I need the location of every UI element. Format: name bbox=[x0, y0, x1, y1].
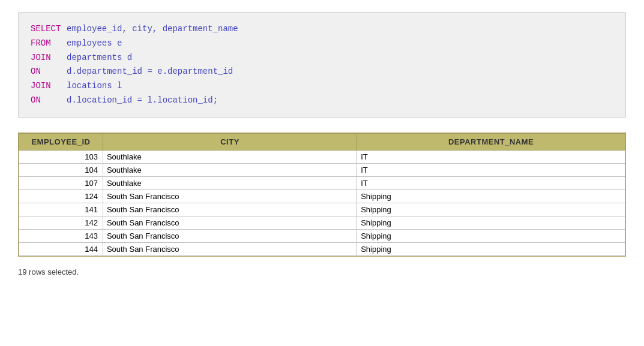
code-content: employee_id, city, department_name bbox=[67, 22, 238, 37]
table-cell: Shipping bbox=[357, 242, 625, 255]
table-cell: 103 bbox=[19, 150, 103, 163]
table-body: 103SouthlakeIT104SouthlakeIT107Southlake… bbox=[19, 150, 625, 255]
column-header: EMPLOYEE_ID bbox=[19, 133, 103, 150]
table-cell: IT bbox=[357, 163, 625, 176]
code-line: JOIN departments d bbox=[31, 51, 613, 65]
rows-selected-label: 19 rows selected. bbox=[18, 267, 626, 276]
code-content: d.department_id = e.department_id bbox=[67, 65, 233, 79]
table-row: 143South San FranciscoShipping bbox=[19, 229, 625, 242]
code-line: ON d.department_id = e.department_id bbox=[31, 65, 613, 79]
keyword: JOIN bbox=[31, 79, 67, 94]
table-cell: IT bbox=[357, 150, 625, 163]
table-wrapper: EMPLOYEE_IDCITYDEPARTMENT_NAME 103Southl… bbox=[18, 133, 626, 257]
code-content: d.location_id = l.location_id; bbox=[67, 94, 218, 108]
table-cell: IT bbox=[357, 176, 625, 189]
table-cell: Shipping bbox=[357, 229, 625, 242]
table-cell: South San Francisco bbox=[103, 216, 357, 229]
keyword: ON bbox=[31, 65, 67, 79]
column-header: CITY bbox=[103, 133, 357, 150]
table-row: 107SouthlakeIT bbox=[19, 176, 625, 189]
page-container: SELECT employee_id, city, department_nam… bbox=[0, 0, 644, 288]
code-content: employees e bbox=[67, 37, 122, 51]
code-line: JOIN locations l bbox=[31, 79, 613, 94]
table-row: 103SouthlakeIT bbox=[19, 150, 625, 163]
column-header: DEPARTMENT_NAME bbox=[357, 133, 625, 150]
keyword: ON bbox=[31, 94, 67, 108]
table-cell: 144 bbox=[19, 242, 103, 255]
table-cell: South San Francisco bbox=[103, 242, 357, 255]
keyword: SELECT bbox=[31, 22, 67, 37]
table-row: 142South San FranciscoShipping bbox=[19, 216, 625, 229]
table-cell: Southlake bbox=[103, 150, 357, 163]
code-content: departments d bbox=[67, 51, 132, 65]
table-cell: 107 bbox=[19, 176, 103, 189]
table-cell: South San Francisco bbox=[103, 189, 357, 203]
table-cell: 141 bbox=[19, 203, 103, 216]
header-row: EMPLOYEE_IDCITYDEPARTMENT_NAME bbox=[19, 133, 625, 150]
keyword: FROM bbox=[31, 37, 67, 51]
table-cell: Shipping bbox=[357, 216, 625, 229]
code-line: ON d.location_id = l.location_id; bbox=[31, 94, 613, 108]
code-block: SELECT employee_id, city, department_nam… bbox=[18, 12, 626, 118]
table-cell: 142 bbox=[19, 216, 103, 229]
table-row: 104SouthlakeIT bbox=[19, 163, 625, 176]
table-cell: Shipping bbox=[357, 203, 625, 216]
table-cell: Shipping bbox=[357, 189, 625, 203]
table-cell: 104 bbox=[19, 163, 103, 176]
table-row: 141South San FranciscoShipping bbox=[19, 203, 625, 216]
table-header: EMPLOYEE_IDCITYDEPARTMENT_NAME bbox=[19, 133, 625, 150]
table-cell: South San Francisco bbox=[103, 229, 357, 242]
table-cell: South San Francisco bbox=[103, 203, 357, 216]
table-cell: Southlake bbox=[103, 176, 357, 189]
table-cell: 143 bbox=[19, 229, 103, 242]
results-table: EMPLOYEE_IDCITYDEPARTMENT_NAME 103Southl… bbox=[19, 133, 625, 256]
table-cell: Southlake bbox=[103, 163, 357, 176]
table-cell: 124 bbox=[19, 189, 103, 203]
table-row: 144South San FranciscoShipping bbox=[19, 242, 625, 255]
table-row: 124South San FranciscoShipping bbox=[19, 189, 625, 203]
code-content: locations l bbox=[67, 79, 122, 94]
code-line: SELECT employee_id, city, department_nam… bbox=[31, 22, 613, 37]
keyword: JOIN bbox=[31, 51, 67, 65]
code-line: FROM employees e bbox=[31, 37, 613, 51]
